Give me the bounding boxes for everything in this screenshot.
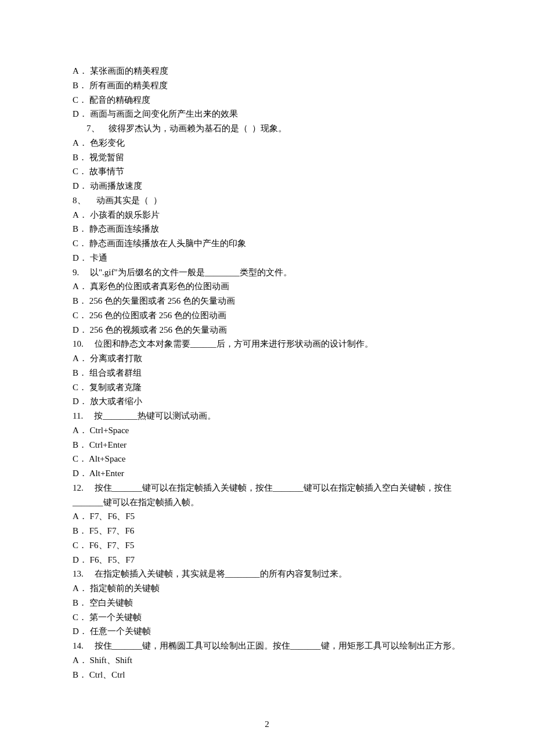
text-line: A． 分离或者打散 — [73, 351, 461, 366]
text-line: C． 配音的精确程度 — [73, 93, 461, 107]
text-line: A． Ctrl+Space — [73, 423, 461, 438]
text-line: A． 色彩变化 — [73, 136, 461, 150]
text-line: D． 256 色的视频或者 256 色的矢量动画 — [73, 323, 461, 337]
text-line: C． F6、F7、F5 — [73, 538, 461, 553]
text-line: A． 真彩色的位图或者真彩色的位图动画 — [73, 279, 461, 294]
text-line: 10. 位图和静态文本对象需要______后，方可用来进行形状动画的设计制作。 — [73, 337, 461, 351]
text-line: D． 放大或者缩小 — [73, 394, 461, 409]
text-line: B． 静态画面连续播放 — [73, 222, 461, 236]
text-line: D． F6、F5、F7 — [73, 553, 461, 567]
text-line: D． Alt+Enter — [73, 466, 461, 481]
text-line: C． 复制或者克隆 — [73, 380, 461, 395]
text-line: A． 小孩看的娱乐影片 — [73, 208, 461, 222]
text-line: 11. 按________热键可以测试动画。 — [73, 409, 461, 423]
text-line: C． 故事情节 — [73, 164, 461, 179]
text-line: 14. 按住_______键，用椭圆工具可以绘制出正圆。按住_______键，用… — [73, 639, 461, 653]
text-line: D． 动画播放速度 — [73, 179, 461, 193]
text-line: 8、 动画其实是（ ） — [73, 193, 461, 208]
text-line: C． 静态画面连续播放在人头脑中产生的印象 — [73, 236, 461, 251]
text-line: 12. 按住_______键可以在指定帧插入关键帧，按住_______键可以在指… — [73, 481, 461, 510]
page-content: A． 某张画面的精美程度B． 所有画面的精美程度C． 配音的精确程度D． 画面与… — [73, 64, 461, 682]
page-number: 2 — [0, 717, 534, 732]
text-line: D． 卡通 — [73, 251, 461, 265]
text-line: D． 画面与画面之间变化所产生出来的效果 — [73, 107, 461, 121]
text-line: A． 指定帧前的关键帧 — [73, 581, 461, 596]
text-line: 13. 在指定帧插入关键帧，其实就是将________的所有内容复制过来。 — [73, 567, 461, 581]
text-line: B． 所有画面的精美程度 — [73, 78, 461, 93]
text-line: C． Alt+Space — [73, 452, 461, 466]
text-line: B． Ctrl+Enter — [73, 438, 461, 452]
text-line: B． 空白关键帧 — [73, 596, 461, 610]
text-line: 7、 彼得罗杰认为，动画赖为基石的是（ ）现象。 — [73, 121, 461, 136]
text-line: B． F5、F7、F6 — [73, 524, 461, 538]
text-line: D． 任意一个关键帧 — [73, 624, 461, 639]
text-line: A． 某张画面的精美程度 — [73, 64, 461, 78]
text-line: B． 256 色的矢量图或者 256 色的矢量动画 — [73, 294, 461, 308]
text-line: C． 第一个关键帧 — [73, 610, 461, 625]
text-line: A． Shift、Shift — [73, 653, 461, 668]
text-line: B． 组合或者群组 — [73, 366, 461, 380]
text-line: B． Ctrl、Ctrl — [73, 668, 461, 682]
document-page: A． 某张画面的精美程度B． 所有画面的精美程度C． 配音的精确程度D． 画面与… — [0, 0, 534, 756]
text-line: A． F7、F6、F5 — [73, 509, 461, 524]
text-line: 9. 以".gif"为后缀名的文件一般是________类型的文件。 — [73, 265, 461, 280]
text-line: B． 视觉暂留 — [73, 150, 461, 165]
text-line: C． 256 色的位图或者 256 色的位图动画 — [73, 308, 461, 323]
